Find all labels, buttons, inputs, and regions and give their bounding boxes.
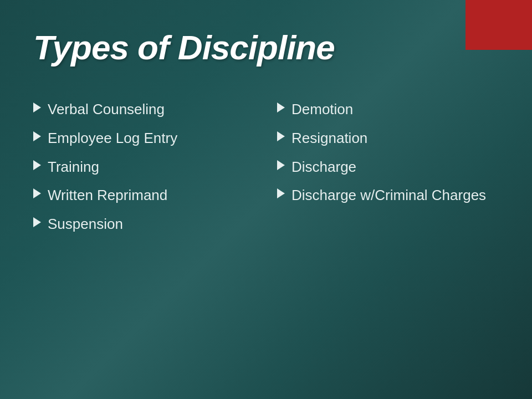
- list-item: Resignation: [277, 129, 499, 148]
- bullet-arrow-icon: [277, 160, 285, 170]
- list-item: Employee Log Entry: [33, 129, 255, 148]
- bullet-arrow-icon: [277, 131, 285, 141]
- left-column: Verbal CounselingEmployee Log EntryTrain…: [33, 100, 255, 234]
- bullet-arrow-icon: [277, 103, 285, 112]
- bullet-text: Discharge: [291, 158, 356, 177]
- bullet-text: Suspension: [48, 215, 123, 234]
- list-item: Discharge: [277, 158, 499, 177]
- list-item: Suspension: [33, 215, 255, 234]
- list-item: Discharge w/Criminal Charges: [277, 186, 499, 205]
- right-column: DemotionResignationDischargeDischarge w/…: [277, 100, 499, 234]
- bullet-text: Resignation: [291, 129, 367, 148]
- bullet-arrow-icon: [33, 217, 41, 227]
- bullet-arrow-icon: [33, 160, 41, 170]
- list-item: Demotion: [277, 100, 499, 119]
- bullet-arrow-icon: [33, 131, 41, 141]
- red-accent-decoration: [466, 0, 532, 50]
- slide: Types of Discipline Verbal CounselingEmp…: [0, 0, 532, 399]
- list-item: Training: [33, 158, 255, 177]
- bullet-arrow-icon: [277, 188, 285, 198]
- bullet-text: Discharge w/Criminal Charges: [291, 186, 486, 205]
- bullet-text: Training: [48, 158, 99, 177]
- bullet-text: Verbal Counseling: [48, 100, 165, 119]
- bullet-arrow-icon: [33, 103, 41, 112]
- list-item: Verbal Counseling: [33, 100, 255, 119]
- bullet-text: Written Reprimand: [48, 186, 167, 205]
- slide-title: Types of Discipline: [33, 28, 499, 67]
- bullet-arrow-icon: [33, 188, 41, 198]
- content-area: Verbal CounselingEmployee Log EntryTrain…: [33, 100, 499, 234]
- bullet-text: Demotion: [291, 100, 353, 119]
- bullet-text: Employee Log Entry: [48, 129, 177, 148]
- list-item: Written Reprimand: [33, 186, 255, 205]
